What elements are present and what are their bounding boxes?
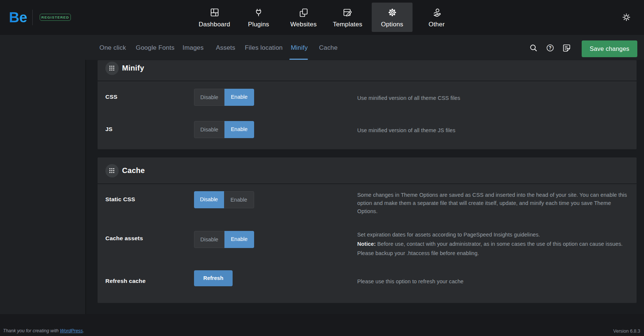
svg-text:?: ? xyxy=(549,45,551,50)
